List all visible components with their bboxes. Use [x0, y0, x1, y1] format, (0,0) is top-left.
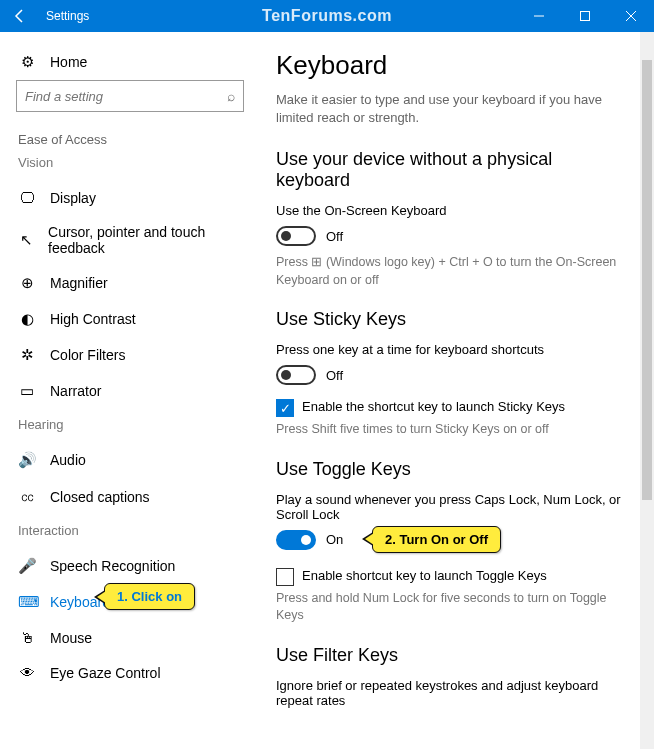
- nav-keyboard[interactable]: ⌨ Keyboard 1. Click on: [0, 584, 260, 620]
- sticky-shortcut-checkbox[interactable]: ✓: [276, 399, 294, 417]
- nav-label: Magnifier: [50, 275, 108, 291]
- audio-icon: 🔊: [18, 451, 36, 469]
- sidebar: ⚙ Home ⌕ Ease of Access Vision 🖵Display …: [0, 32, 260, 749]
- magnifier-icon: ⊕: [18, 274, 36, 292]
- togglekeys-toggle[interactable]: [276, 530, 316, 550]
- nav-high-contrast[interactable]: ◐High Contrast: [0, 301, 260, 337]
- section-label: Ease of Access: [0, 120, 260, 153]
- sticky-toggle[interactable]: [276, 365, 316, 385]
- cursor-icon: ↖: [18, 231, 34, 249]
- content-scrollbar[interactable]: [640, 32, 654, 749]
- osk-heading: Use your device without a physical keybo…: [276, 149, 628, 191]
- nav-eye-gaze[interactable]: 👁Eye Gaze Control: [0, 655, 260, 690]
- nav-mouse[interactable]: 🖱Mouse: [0, 620, 260, 655]
- nav-closed-captions[interactable]: ㏄Closed captions: [0, 478, 260, 515]
- toggle-heading: Use Toggle Keys: [276, 459, 628, 480]
- nav-color-filters[interactable]: ✲Color Filters: [0, 337, 260, 373]
- home-label: Home: [50, 54, 87, 70]
- callout-2: 2. Turn On or Off: [372, 526, 501, 553]
- filter-label: Ignore brief or repeated keystrokes and …: [276, 678, 628, 708]
- group-interaction: Interaction: [0, 521, 260, 548]
- nav-label: Speech Recognition: [50, 558, 175, 574]
- group-vision: Vision: [0, 153, 260, 180]
- sticky-hint: Press Shift five times to turn Sticky Ke…: [276, 421, 628, 439]
- back-button[interactable]: [0, 0, 40, 32]
- group-hearing: Hearing: [0, 415, 260, 442]
- osk-label: Use the On-Screen Keyboard: [276, 203, 628, 218]
- search-input[interactable]: ⌕: [16, 80, 244, 112]
- osk-state: Off: [326, 229, 343, 244]
- captions-icon: ㏄: [18, 487, 36, 506]
- nav-speech[interactable]: 🎤Speech Recognition: [0, 548, 260, 584]
- titlebar: Settings TenForums.com: [0, 0, 654, 32]
- gear-icon: ⚙: [18, 53, 36, 71]
- nav-label: Audio: [50, 452, 86, 468]
- contrast-icon: ◐: [18, 310, 36, 328]
- mouse-icon: 🖱: [18, 629, 36, 646]
- mic-icon: 🎤: [18, 557, 36, 575]
- osk-toggle[interactable]: [276, 226, 316, 246]
- nav-display[interactable]: 🖵Display: [0, 180, 260, 215]
- sticky-heading: Use Sticky Keys: [276, 309, 628, 330]
- filters-icon: ✲: [18, 346, 36, 364]
- nav-label: Display: [50, 190, 96, 206]
- nav-label: Narrator: [50, 383, 101, 399]
- page-title: Keyboard: [276, 50, 628, 81]
- osk-hint: Press ⊞ (Windows logo key) + Ctrl + O to…: [276, 254, 628, 289]
- nav-narrator[interactable]: ▭Narrator: [0, 373, 260, 409]
- eye-icon: 👁: [18, 664, 36, 681]
- winlogo-icon: ⊞: [311, 255, 322, 269]
- narrator-icon: ▭: [18, 382, 36, 400]
- window-title: Settings: [46, 9, 89, 23]
- watermark: TenForums.com: [262, 7, 392, 25]
- nav-label: Closed captions: [50, 489, 150, 505]
- sticky-check-label: Enable the shortcut key to launch Sticky…: [302, 399, 565, 416]
- toggle-hint: Press and hold Num Lock for five seconds…: [276, 590, 628, 625]
- home-nav[interactable]: ⚙ Home: [0, 44, 260, 80]
- nav-label: Eye Gaze Control: [50, 665, 161, 681]
- maximize-button[interactable]: [562, 0, 608, 32]
- svg-rect-1: [581, 12, 590, 21]
- sticky-state: Off: [326, 368, 343, 383]
- search-icon: ⌕: [227, 88, 235, 104]
- sticky-label: Press one key at a time for keyboard sho…: [276, 342, 628, 357]
- nav-label: High Contrast: [50, 311, 136, 327]
- keyboard-icon: ⌨: [18, 593, 36, 611]
- page-desc: Make it easier to type and use your keyb…: [276, 91, 628, 127]
- scrollbar-thumb[interactable]: [642, 60, 652, 500]
- callout-1: 1. Click on: [104, 583, 195, 610]
- search-field[interactable]: [25, 89, 227, 104]
- minimize-button[interactable]: [516, 0, 562, 32]
- nav-label: Cursor, pointer and touch feedback: [48, 224, 242, 256]
- nav-label: Color Filters: [50, 347, 125, 363]
- close-button[interactable]: [608, 0, 654, 32]
- nav-cursor[interactable]: ↖Cursor, pointer and touch feedback: [0, 215, 260, 265]
- togglekeys-shortcut-checkbox[interactable]: [276, 568, 294, 586]
- content-pane: Keyboard Make it easier to type and use …: [260, 32, 654, 749]
- toggle-state: On: [326, 532, 343, 547]
- nav-label: Mouse: [50, 630, 92, 646]
- nav-audio[interactable]: 🔊Audio: [0, 442, 260, 478]
- toggle-check-label: Enable shortcut key to launch Toggle Key…: [302, 568, 547, 585]
- filter-heading: Use Filter Keys: [276, 645, 628, 666]
- toggle-label: Play a sound whenever you press Caps Loc…: [276, 492, 628, 522]
- display-icon: 🖵: [18, 189, 36, 206]
- nav-magnifier[interactable]: ⊕Magnifier: [0, 265, 260, 301]
